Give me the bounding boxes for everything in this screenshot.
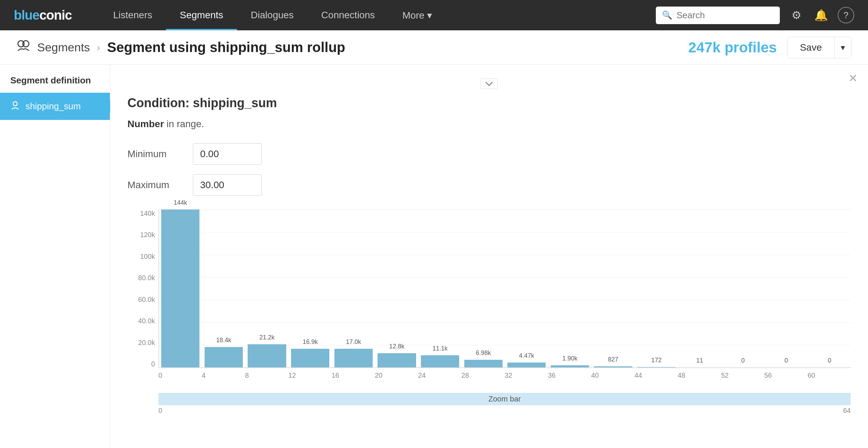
y-label-40k: 40.0k — [138, 317, 155, 325]
minimum-field-row: Minimum — [127, 143, 851, 165]
bar-label: 1.90k — [562, 355, 577, 362]
zoom-bar-track[interactable]: Zoom bar — [158, 393, 851, 405]
logo-white: conic — [39, 8, 72, 22]
save-button-group: Save ▾ — [787, 37, 851, 58]
zoom-bar-container: Zoom bar 0 64 — [158, 393, 851, 410]
bar[interactable]: 6.98k — [464, 360, 503, 367]
y-label-0: 0 — [151, 360, 155, 368]
bar-label: 0 — [785, 357, 788, 364]
zoom-max-label: 64 — [843, 407, 851, 415]
bars-area: 144k18.4k21.2k16.9k17.0k12.8k11.1k6.98k4… — [158, 210, 851, 368]
bar[interactable]: 16.9k — [291, 349, 329, 367]
bar-label: 17.0k — [346, 338, 361, 346]
logo-blue: blue — [14, 8, 39, 22]
bar[interactable]: 827 — [594, 366, 632, 367]
bar[interactable]: 1.90k — [551, 365, 589, 367]
nav-right: 🔍 ⚙ 🔔 ? — [656, 7, 854, 24]
right-panel: ✕ Condition: shipping_sum Number in rang… — [110, 65, 868, 448]
x-label: 28 — [461, 371, 505, 379]
bar-wrapper: 827 — [592, 210, 634, 367]
sidebar-item-label: shipping_sum — [25, 101, 81, 112]
breadcrumb-parent[interactable]: Segments — [37, 41, 90, 54]
x-label: 36 — [548, 371, 591, 379]
bar[interactable]: 144k — [161, 210, 199, 367]
bar-wrapper: 0 — [808, 210, 851, 367]
bar[interactable]: 21.2k — [248, 344, 286, 367]
bar[interactable]: 18.4k — [205, 347, 243, 367]
bar[interactable]: 12.8k — [378, 353, 416, 367]
bar-wrapper: 172 — [635, 210, 678, 367]
y-label-20k: 20.0k — [138, 339, 155, 347]
bar-label: 18.4k — [216, 337, 231, 344]
bar-wrapper: 0 — [722, 210, 764, 367]
minimum-label: Minimum — [127, 149, 183, 160]
x-label: 44 — [634, 371, 678, 379]
x-label: 48 — [678, 371, 721, 379]
top-chevron-area — [127, 79, 851, 89]
x-label: 56 — [764, 371, 808, 379]
save-dropdown-button[interactable]: ▾ — [834, 37, 851, 58]
maximum-field-row: Maximum — [127, 174, 851, 196]
nav-item-connections[interactable]: Connections — [308, 0, 389, 30]
bar-label: 6.98k — [476, 349, 491, 357]
bar-label: 16.9k — [303, 338, 318, 346]
notifications-icon[interactable]: 🔔 — [813, 7, 829, 23]
bar-wrapper: 18.4k — [203, 210, 245, 367]
x-label: 40 — [591, 371, 634, 379]
y-label-80k: 80.0k — [138, 274, 155, 282]
bar[interactable]: 4.47k — [507, 363, 546, 367]
sidebar-item-shipping-sum[interactable]: shipping_sum — [0, 93, 110, 120]
search-input[interactable] — [676, 10, 774, 21]
bar-wrapper: 1.90k — [549, 210, 591, 367]
bar[interactable]: 11.1k — [421, 355, 459, 367]
bar-label: 11.1k — [433, 345, 448, 352]
x-label: 24 — [418, 371, 462, 379]
x-label: 16 — [332, 371, 375, 379]
nav-items: Listeners Segments Dialogues Connections… — [99, 0, 656, 30]
bar-wrapper: 21.2k — [246, 210, 288, 367]
x-label: 4 — [202, 371, 245, 379]
settings-icon[interactable]: ⚙ — [788, 7, 805, 23]
bar-wrapper: 11.1k — [419, 210, 462, 367]
x-label: 0 — [158, 371, 202, 379]
save-button[interactable]: Save — [787, 37, 834, 58]
zoom-min-label: 0 — [158, 407, 162, 415]
x-label: 20 — [375, 371, 418, 379]
y-label-60k: 60.0k — [138, 296, 155, 304]
bar[interactable]: 172 — [637, 367, 675, 367]
bar-label: 12.8k — [389, 343, 404, 350]
y-label-140k: 140k — [140, 210, 155, 217]
bar[interactable]: 17.0k — [334, 349, 373, 367]
x-label: 32 — [505, 371, 548, 379]
zoom-bar-label: Zoom bar — [488, 395, 521, 404]
profile-count: 247k profiles — [688, 39, 777, 56]
x-label: 12 — [288, 371, 332, 379]
main-content: Segment definition shipping_sum ✕ Condit… — [0, 65, 868, 448]
nav-item-listeners[interactable]: Listeners — [99, 0, 166, 30]
bar-wrapper: 144k — [159, 210, 202, 367]
profile-icon — [10, 100, 20, 112]
close-button[interactable]: ✕ — [848, 72, 858, 85]
maximum-input[interactable] — [193, 174, 262, 196]
nav-item-more[interactable]: More ▾ — [389, 0, 446, 30]
bar-label: 172 — [651, 357, 662, 364]
bar-label: 4.47k — [519, 352, 534, 359]
minimum-input[interactable] — [193, 143, 262, 165]
y-label-120k: 120k — [140, 231, 155, 239]
y-axis: 140k 120k 100k 80.0k 60.0k 40.0k 20.0k 0 — [127, 210, 158, 368]
bar-label: 144k — [174, 199, 187, 206]
x-axis: 04812162024283236404448525660 — [158, 368, 851, 389]
nav-item-dialogues[interactable]: Dialogues — [237, 0, 308, 30]
x-label: 8 — [245, 371, 288, 379]
y-label-100k: 100k — [140, 253, 155, 261]
condition-description: Number in range. — [127, 119, 851, 130]
chevron-down-icon[interactable] — [480, 79, 498, 89]
nav-item-segments[interactable]: Segments — [166, 0, 237, 30]
svg-point-2 — [13, 102, 17, 106]
bar-wrapper: 16.9k — [289, 210, 332, 367]
x-label: 52 — [721, 371, 764, 379]
breadcrumb-bar: Segments › Segment using shipping_sum ro… — [0, 30, 868, 65]
logo: blueconic — [14, 8, 72, 23]
help-icon[interactable]: ? — [838, 7, 854, 23]
search-box[interactable]: 🔍 — [656, 7, 780, 24]
